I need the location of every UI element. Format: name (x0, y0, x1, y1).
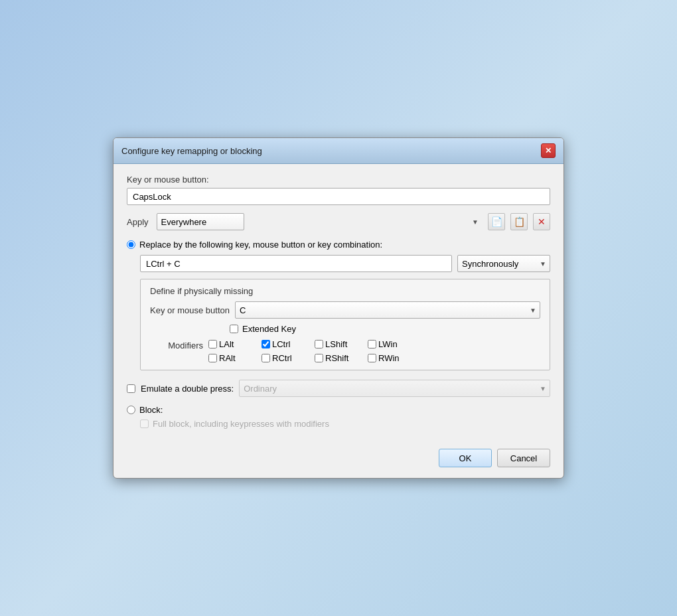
extended-key-label[interactable]: Extended Key (242, 324, 296, 334)
dialog-body: Key or mouse button: Apply Everywhere Th… (113, 164, 564, 478)
block-radio-label[interactable]: Block: (139, 405, 163, 415)
buttons-row: OK Cancel (127, 442, 550, 467)
replace-radio-row: Replace by the following key, mouse butt… (127, 240, 550, 250)
key-combo-input[interactable] (140, 255, 452, 272)
full-block-row: Full block, including keypresses with mo… (140, 419, 550, 429)
modifier-rshift: RShift (315, 353, 368, 363)
emulate-label[interactable]: Emulate a double press: (141, 384, 234, 394)
extended-key-checkbox[interactable] (230, 325, 238, 333)
modifier-lwin: LWin (368, 339, 421, 349)
define-box-title: Define if physically missing (150, 286, 540, 296)
modifier-rwin: RWin (368, 353, 421, 363)
sync-select-wrapper: Synchronously Asynchronously (457, 255, 550, 272)
modifier-lshift: LShift (315, 339, 368, 349)
new-icon-button[interactable]: 📄 (488, 213, 505, 230)
apply-row: Apply Everywhere This application only T… (127, 213, 550, 230)
rwin-label[interactable]: RWin (378, 353, 400, 363)
key-combo-row: Synchronously Asynchronously (140, 255, 550, 272)
emulate-row: Emulate a double press: Ordinary Fast Sl… (127, 380, 550, 397)
replace-section: Replace by the following key, mouse butt… (127, 240, 550, 370)
delete-icon: ✕ (538, 216, 546, 227)
timing-dropdown[interactable]: Synchronously Asynchronously (457, 255, 550, 272)
rctrl-checkbox[interactable] (262, 354, 270, 362)
edit-icon: 📋 (514, 216, 525, 227)
full-block-checkbox[interactable] (140, 420, 149, 428)
key-mouse-button-input[interactable] (127, 188, 550, 205)
emulate-select-wrapper: Ordinary Fast Slow (239, 380, 550, 397)
modifiers-grid: LAlt LCtrl LShift LWin (208, 339, 421, 363)
replace-radio[interactable] (127, 240, 135, 249)
rwin-checkbox[interactable] (368, 354, 376, 362)
modifiers-label: Modifiers (150, 341, 203, 350)
modifier-lctrl: LCtrl (262, 339, 315, 349)
rshift-label[interactable]: RShift (325, 353, 348, 363)
rshift-checkbox[interactable] (315, 354, 323, 362)
lalt-checkbox[interactable] (208, 340, 217, 348)
delete-icon-button[interactable]: ✕ (533, 213, 550, 230)
edit-icon-button[interactable]: 📋 (510, 213, 528, 230)
emulate-checkbox[interactable] (127, 384, 135, 393)
lshift-checkbox[interactable] (315, 340, 323, 348)
modifier-lalt: LAlt (208, 339, 262, 349)
emulate-dropdown[interactable]: Ordinary Fast Slow (239, 380, 550, 397)
rctrl-label[interactable]: RCtrl (272, 353, 292, 363)
define-key-mouse-dropdown[interactable]: C A B (235, 301, 540, 319)
modifier-rctrl: RCtrl (262, 353, 315, 363)
lctrl-label[interactable]: LCtrl (272, 339, 290, 349)
modifier-ralt: RAlt (208, 353, 262, 363)
replace-radio-label[interactable]: Replace by the following key, mouse butt… (139, 240, 382, 250)
lshift-label[interactable]: LShift (325, 339, 347, 349)
define-key-mouse-select-wrapper: C A B (235, 301, 540, 319)
block-radio[interactable] (127, 406, 135, 414)
apply-label: Apply (127, 217, 149, 227)
configure-dialog: Configure key remapping or blocking ✕ Ke… (113, 137, 564, 479)
modifiers-section: Modifiers LAlt LCtrl LShift (150, 339, 540, 363)
extended-key-row: Extended Key (230, 324, 540, 334)
new-icon: 📄 (491, 216, 502, 227)
block-radio-row: Block: (127, 405, 550, 415)
lwin-label[interactable]: LWin (378, 339, 398, 349)
define-key-mouse-label: Key or mouse button (150, 305, 230, 315)
apply-dropdown[interactable]: Everywhere This application only This wi… (157, 213, 244, 230)
dialog-title: Configure key remapping or blocking (121, 146, 262, 156)
lalt-label[interactable]: LAlt (219, 339, 234, 349)
ok-button[interactable]: OK (439, 449, 492, 467)
lwin-checkbox[interactable] (368, 340, 376, 348)
define-key-mouse-row: Key or mouse button C A B (150, 301, 540, 319)
full-block-label[interactable]: Full block, including keypresses with mo… (153, 419, 329, 429)
apply-select-wrapper: Everywhere This application only This wi… (157, 213, 483, 230)
key-mouse-button-label: Key or mouse button: (127, 175, 550, 185)
title-bar: Configure key remapping or blocking ✕ (113, 138, 564, 164)
lctrl-checkbox[interactable] (262, 340, 270, 348)
close-button[interactable]: ✕ (541, 143, 556, 158)
define-box: Define if physically missing Key or mous… (140, 279, 550, 370)
ralt-checkbox[interactable] (208, 354, 217, 362)
ralt-label[interactable]: RAlt (219, 353, 236, 363)
cancel-button[interactable]: Cancel (497, 449, 550, 467)
block-section: Block: Full block, including keypresses … (127, 405, 550, 429)
